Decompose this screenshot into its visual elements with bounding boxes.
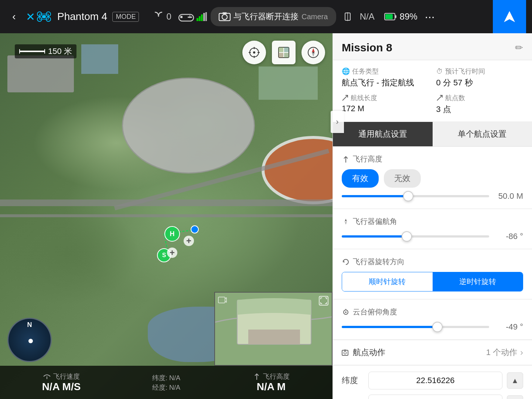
svg-point-27 — [253, 51, 255, 54]
building-3 — [259, 66, 318, 100]
altitude-slider-track[interactable] — [342, 195, 489, 197]
route-length-value: 172 M — [342, 104, 429, 113]
heading-slider-fill — [342, 235, 407, 238]
building-1 — [7, 55, 74, 92]
longitude-input[interactable] — [368, 395, 502, 399]
rotation-section-title: 飞行器旋转方向 — [342, 257, 523, 267]
waypoint-action-arrow: › — [520, 347, 523, 358]
gimbal-label-text: 云台俯仰角度 — [353, 307, 397, 317]
mission-panel: Mission 8 ✏ 🌐 任务类型 航点飞行 - 指定航线 ⏱ 预计飞行时间 … — [332, 33, 532, 399]
signal-count: 0 — [166, 11, 171, 22]
gimbal-slider-thumb[interactable] — [432, 322, 443, 332]
latitude-input[interactable] — [368, 372, 502, 389]
heading-slider-thumb[interactable] — [402, 231, 412, 242]
svg-line-50 — [342, 95, 348, 100]
building-2 — [81, 44, 118, 74]
svg-rect-16 — [203, 13, 205, 21]
globe-icon: 🌐 — [342, 67, 350, 75]
more-button[interactable]: ··· — [425, 10, 435, 24]
altitude-slider-fill — [342, 195, 408, 197]
svg-line-51 — [437, 95, 442, 100]
tab-individual[interactable]: 单个航点设置 — [433, 122, 532, 146]
lng-arrows: ▼ — [507, 395, 523, 399]
heading-slider-row: -86 ° — [342, 232, 523, 241]
lat-display: 纬度: N/A — [114, 374, 219, 382]
map-satellite-button[interactable] — [272, 41, 296, 64]
heading-value: -86 ° — [494, 232, 523, 241]
gimbal-slider-row: -49 ° — [342, 322, 523, 332]
mode-badge[interactable]: MODE — [112, 12, 139, 22]
heading-section: 飞行器偏航角 -86 ° — [333, 209, 532, 249]
add-waypoint-1[interactable]: + — [184, 236, 194, 246]
altitude-label-text: 飞行高度 — [353, 154, 382, 164]
controller-icon — [178, 11, 207, 22]
waypoint-count-label: 航点数 — [436, 93, 524, 102]
stadium-outline — [122, 78, 255, 174]
edit-button[interactable]: ✏ — [515, 42, 523, 54]
heading-section-title: 飞行器偏航角 — [342, 216, 523, 226]
svg-rect-35 — [279, 53, 283, 58]
svg-rect-8 — [42, 15, 46, 18]
gimbal-section: 云台俯仰角度 -49 ° — [333, 300, 532, 339]
waypoint-home[interactable]: H — [164, 226, 180, 242]
fly-button[interactable] — [493, 0, 526, 33]
fly-icon — [500, 7, 519, 26]
svg-marker-53 — [345, 219, 347, 222]
preview-camera-icon — [218, 296, 227, 307]
altitude-disabled-button[interactable]: 无效 — [384, 169, 421, 188]
back-button[interactable]: ‹ — [6, 8, 22, 25]
drone-icon-svg — [37, 11, 51, 22]
lng-down-button[interactable]: ▼ — [507, 395, 523, 399]
waypoint-count-item: 航点数 3 点 — [436, 93, 524, 115]
clockwise-button[interactable]: 顺时针旋转 — [342, 272, 433, 291]
mission-info-section: 🌐 任务类型 航点飞行 - 指定航线 ⏱ 预计飞行时间 0 分 57 秒 航线长… — [333, 60, 532, 122]
map-compass-button[interactable] — [301, 41, 325, 64]
map-area[interactable]: 150 米 — [0, 33, 332, 399]
mission-type-value: 航点飞行 - 指定航线 — [342, 77, 429, 88]
route-icon — [342, 95, 348, 101]
scale-bar: 150 米 — [15, 44, 76, 58]
svg-rect-59 — [342, 350, 348, 355]
altitude-slider-thumb[interactable] — [403, 191, 413, 201]
camera-preview-image — [215, 293, 332, 365]
waypoint-point1[interactable] — [191, 225, 199, 233]
gimbal-slider-track[interactable] — [342, 326, 489, 328]
lng-display: 经度: N/A — [114, 383, 219, 392]
svg-point-19 — [222, 14, 227, 20]
map-target-button[interactable] — [242, 41, 266, 64]
tab-general[interactable]: 通用航点设置 — [333, 122, 433, 146]
svg-rect-17 — [205, 12, 207, 21]
altitude-section-title: 飞行高度 — [342, 154, 523, 164]
camera-icon — [219, 11, 231, 22]
altitude-item: 飞行高度 N/A M — [219, 372, 324, 393]
gimbal-icon — [342, 308, 350, 316]
panel-collapse-button[interactable]: › — [331, 111, 344, 133]
svg-rect-13 — [197, 18, 198, 21]
svg-rect-34 — [284, 47, 289, 52]
counter-clockwise-button[interactable]: 逆时针旋转 — [433, 272, 523, 291]
add-waypoint-2[interactable]: + — [167, 248, 177, 258]
route-length-label: 航线长度 — [342, 93, 429, 102]
panel-header: Mission 8 ✏ — [333, 33, 532, 60]
heading-slider-track[interactable] — [342, 235, 489, 238]
heading-icon — [342, 218, 350, 226]
route-length-item: 航线长度 172 M — [342, 93, 429, 115]
lat-up-button[interactable]: ▲ — [507, 372, 523, 389]
mission-info-grid: 🌐 任务类型 航点飞行 - 指定航线 ⏱ 预计飞行时间 0 分 57 秒 航线长… — [342, 67, 523, 115]
drone-icon: ✕ — [26, 10, 35, 23]
map-controls — [242, 41, 325, 64]
gimbal-section-title: 云台俯仰角度 — [342, 307, 523, 317]
lat-arrows: ▲ — [507, 372, 523, 389]
latitude-row: 纬度 ▲ — [342, 372, 523, 389]
compass-rose: N — [7, 318, 52, 362]
altitude-enabled-button[interactable]: 有效 — [342, 169, 379, 188]
camera-preview[interactable] — [214, 292, 332, 366]
altitude-icon — [342, 155, 350, 163]
signal-bars-icon — [197, 12, 207, 21]
flight-time-item: ⏱ 预计飞行时间 0 分 57 秒 — [436, 67, 524, 88]
svg-point-60 — [344, 352, 347, 354]
top-bar: ‹ ✕ Phantom 4 MODE 0 — [0, 0, 532, 33]
preview-expand-button[interactable] — [318, 296, 329, 308]
settings-tabs: 通用航点设置 单个航点设置 — [333, 122, 532, 147]
waypoint-action-row[interactable]: 航点动作 1 个动作 › — [333, 340, 532, 365]
